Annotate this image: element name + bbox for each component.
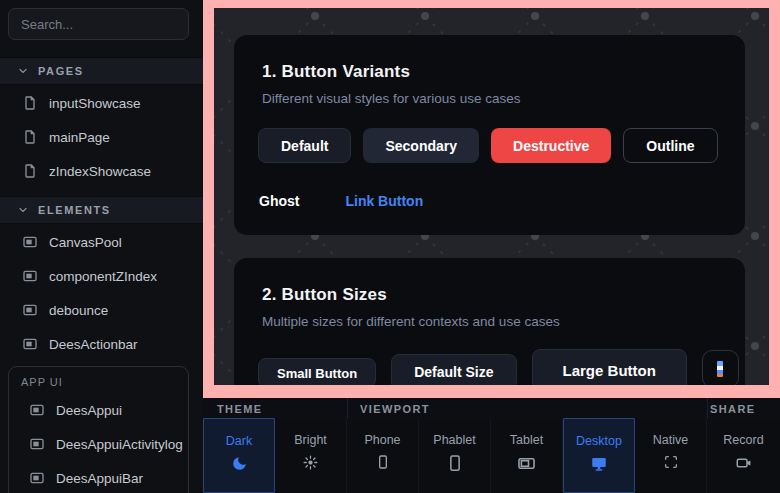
sidebar-item-label: zIndexShowcase (49, 164, 151, 179)
component-icon (22, 336, 38, 352)
viewport-native-button[interactable]: Native (635, 418, 707, 493)
theme-bright-button[interactable]: Bright (275, 418, 347, 493)
card-title: 1. Button Variants (262, 62, 745, 82)
native-frame-icon (663, 454, 679, 470)
share-group-label: SHARE (710, 403, 756, 415)
page-icon (22, 129, 38, 145)
record-camera-icon (735, 454, 753, 472)
sidebar-item-mainpage[interactable]: mainPage (0, 120, 203, 154)
variant-buttons-row: Default Secondary Destructive Outline (258, 128, 718, 163)
large-button[interactable]: Large Button (532, 349, 687, 385)
destructive-button[interactable]: Destructive (491, 128, 611, 163)
cell-label: Native (653, 433, 688, 447)
sidebar-item-zindexshowcase[interactable]: zIndexShowcase (0, 154, 203, 188)
component-icon (22, 302, 38, 318)
sidebar-item-label: DeesAppuiBar (56, 471, 143, 486)
sidebar-item-label: debounce (49, 303, 108, 318)
search-box (8, 8, 189, 40)
sidebar-item-deesappui[interactable]: DeesAppui (9, 393, 188, 427)
secondary-button[interactable]: Secondary (363, 128, 479, 163)
card-subtitle: Multiple sizes for different contexts an… (262, 314, 745, 329)
sidebar-item-deesappuibar[interactable]: DeesAppuiBar (9, 461, 188, 493)
ghost-link-row: Ghost Link Button (243, 183, 439, 218)
ghost-button[interactable]: Ghost (243, 183, 315, 218)
component-icon (29, 470, 45, 486)
component-icon (22, 268, 38, 284)
sidebar-item-label: componentZIndex (49, 269, 157, 284)
phone-icon (375, 454, 391, 470)
group-label: APP UI (21, 376, 63, 388)
sidebar-item-debounce[interactable]: debounce (0, 293, 203, 327)
sidebar: PAGES inputShowcase mainPage zIndexShowc… (0, 0, 203, 493)
sidebar-item-label: DeesAppuiActivitylog (56, 437, 183, 452)
main-area: 1. Button Variants Different visual styl… (203, 0, 780, 493)
cell-label: Dark (226, 434, 252, 448)
theme-group-label: THEME (217, 403, 263, 415)
showcase-card-button-variants: 1. Button Variants Different visual styl… (234, 35, 745, 235)
sidebar-item-label: mainPage (49, 130, 110, 145)
theme-dark-button[interactable]: Dark (203, 418, 275, 493)
section-label: PAGES (38, 65, 84, 77)
viewport-group-label: VIEWPORT (360, 403, 430, 415)
cell-label: Bright (294, 433, 327, 447)
card-title: 2. Button Sizes (262, 285, 745, 305)
phablet-icon (446, 454, 464, 472)
sidebar-item-label: DeesAppui (56, 403, 122, 418)
sidebar-section-elements[interactable]: ELEMENTS (0, 196, 203, 224)
bottom-toolbar: THEME VIEWPORT SHARE Dark Bright Phone P… (203, 398, 780, 493)
preview-canvas: 1. Button Variants Different visual styl… (214, 8, 769, 385)
search-input[interactable] (8, 8, 189, 40)
default-button[interactable]: Default (258, 128, 351, 163)
sidebar-item-componentzindex[interactable]: componentZIndex (0, 259, 203, 293)
small-button[interactable]: Small Button (258, 358, 376, 385)
chevron-down-icon (17, 204, 29, 216)
sidebar-item-deesactionbar[interactable]: DeesActionbar (0, 327, 203, 361)
cell-label: Phablet (433, 433, 475, 447)
preview-frame: 1. Button Variants Different visual styl… (203, 0, 780, 398)
sidebar-item-inputshowcase[interactable]: inputShowcase (0, 86, 203, 120)
sun-icon (302, 454, 319, 471)
icon-button[interactable] (702, 350, 739, 385)
page-icon (22, 163, 38, 179)
glyph-strip-icon (717, 361, 723, 377)
cell-label: Record (723, 433, 763, 447)
component-icon (29, 402, 45, 418)
cell-label: Tablet (510, 433, 543, 447)
section-label: ELEMENTS (38, 204, 111, 216)
showcase-card-button-sizes: 2. Button Sizes Multiple sizes for diffe… (234, 258, 745, 385)
sidebar-item-deesappuiactivitylog[interactable]: DeesAppuiActivitylog (9, 427, 188, 461)
component-icon (22, 234, 38, 250)
card-subtitle: Different visual styles for various use … (262, 91, 745, 106)
moon-icon (231, 455, 248, 472)
viewport-phone-button[interactable]: Phone (347, 418, 419, 493)
viewport-desktop-button[interactable]: Desktop (563, 418, 635, 493)
desktop-icon (590, 455, 608, 473)
viewport-tablet-button[interactable]: Tablet (491, 418, 563, 493)
link-button[interactable]: Link Button (329, 183, 439, 218)
app-ui-group: APP UI DeesAppui DeesAppuiActivitylog De… (8, 366, 189, 493)
sidebar-item-label: CanvasPool (49, 235, 122, 250)
toolbar-cells: Dark Bright Phone Phablet Tablet Desktop (203, 418, 780, 493)
chevron-down-icon (17, 65, 29, 77)
size-buttons-row: Small Button Default Size Large Button (258, 349, 739, 385)
outline-button[interactable]: Outline (623, 128, 717, 163)
sidebar-item-canvaspool[interactable]: CanvasPool (0, 225, 203, 259)
cell-label: Desktop (576, 434, 622, 448)
page-icon (22, 95, 38, 111)
tablet-icon (517, 454, 536, 473)
sidebar-section-pages[interactable]: PAGES (0, 57, 203, 85)
component-icon (29, 436, 45, 452)
sidebar-item-label: inputShowcase (49, 96, 141, 111)
default-size-button[interactable]: Default Size (391, 354, 516, 385)
sidebar-item-label: DeesActionbar (49, 337, 138, 352)
cell-label: Phone (364, 433, 400, 447)
viewport-phablet-button[interactable]: Phablet (419, 418, 491, 493)
share-record-button[interactable]: Record (707, 418, 780, 493)
